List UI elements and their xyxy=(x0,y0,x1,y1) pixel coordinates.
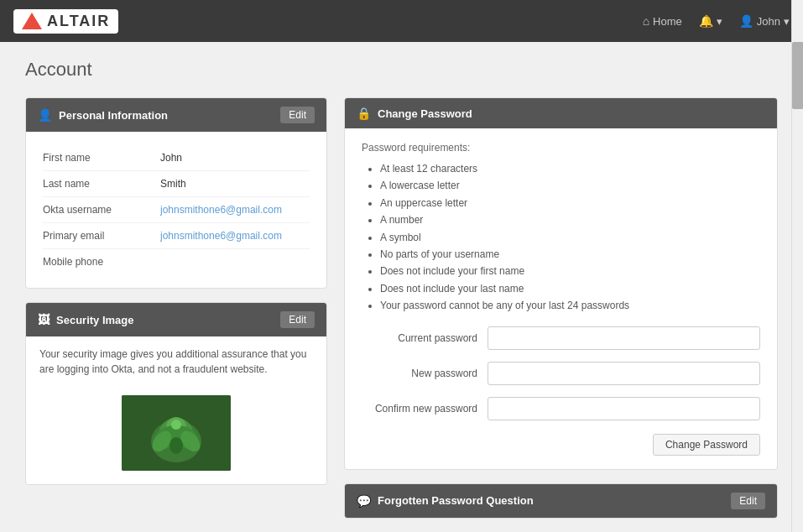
page-title: Account xyxy=(25,59,778,81)
confirm-password-input[interactable] xyxy=(488,397,760,420)
speech-icon: 💬 xyxy=(357,494,371,508)
first-name-value: John xyxy=(160,152,182,164)
notifications-dropdown-icon: ▾ xyxy=(717,15,722,28)
new-password-label: New password xyxy=(362,368,488,379)
change-password-body: Password requirements: At least 12 chara… xyxy=(345,128,777,469)
req-item: A lowercase letter xyxy=(380,177,760,194)
req-item: A symbol xyxy=(380,229,760,246)
mobile-phone-label: Mobile phone xyxy=(43,256,160,268)
notifications-link[interactable]: 🔔 ▾ xyxy=(699,14,722,28)
last-name-label: Last name xyxy=(43,178,160,190)
personal-info-edit-button[interactable]: Edit xyxy=(280,107,315,123)
forgotten-password-card: 💬 Forgotten Password Question Edit xyxy=(344,483,778,519)
okta-username-value: johnsmithone6@gmail.com xyxy=(160,204,282,216)
svg-point-9 xyxy=(171,420,181,430)
change-password-header: 🔒 Change Password xyxy=(345,98,777,128)
altair-logo-icon xyxy=(22,13,42,29)
current-password-group: Current password xyxy=(362,326,760,350)
main-layout: 👤 Personal Information Edit First name J… xyxy=(25,97,778,519)
req-item: Does not include your first name xyxy=(380,263,760,279)
req-item: Does not include your last name xyxy=(380,280,760,297)
requirements-title: Password requirements: xyxy=(362,142,760,154)
personal-info-label: Personal Information xyxy=(59,109,168,122)
security-image-container xyxy=(26,387,326,484)
home-label: Home xyxy=(653,15,682,28)
primary-email-value: johnsmithone6@gmail.com xyxy=(160,230,282,242)
user-menu[interactable]: 👤 John ▾ xyxy=(739,14,790,28)
scrollbar-track[interactable] xyxy=(791,0,803,532)
lock-icon: 🔒 xyxy=(357,107,371,120)
confirm-password-group: Confirm new password xyxy=(362,397,760,420)
primary-email-label: Primary email xyxy=(43,230,160,242)
image-icon: 🖼 xyxy=(38,313,50,326)
change-password-label: Change Password xyxy=(378,107,472,120)
requirements-list: At least 12 characters A lowercase lette… xyxy=(362,160,760,315)
last-name-value: Smith xyxy=(160,178,186,190)
personal-info-header: 👤 Personal Information Edit xyxy=(26,98,326,132)
navbar: ALTAIR ⌂ Home 🔔 ▾ 👤 John ▾ xyxy=(0,0,803,42)
forgotten-password-title: 💬 Forgotten Password Question xyxy=(357,494,534,508)
current-password-label: Current password xyxy=(362,332,488,344)
forgotten-password-header: 💬 Forgotten Password Question Edit xyxy=(345,484,777,518)
security-image-edit-button[interactable]: Edit xyxy=(280,311,315,328)
user-dropdown-icon: ▾ xyxy=(784,15,790,28)
current-password-input[interactable] xyxy=(488,326,760,350)
security-image-description: Your security image gives you additional… xyxy=(26,336,326,387)
new-password-input[interactable] xyxy=(488,362,760,385)
personal-info-title: 👤 Personal Information xyxy=(38,108,168,122)
forgotten-password-label: Forgotten Password Question xyxy=(378,494,534,507)
change-password-button[interactable]: Change Password xyxy=(653,434,760,456)
left-column: 👤 Personal Information Edit First name J… xyxy=(25,97,327,485)
okta-username-label: Okta username xyxy=(43,204,160,216)
scrollbar-thumb[interactable] xyxy=(792,42,803,109)
personal-info-body: First name John Last name Smith Okta use… xyxy=(26,132,326,288)
change-password-title: 🔒 Change Password xyxy=(357,107,472,120)
page-content: Account 👤 Personal Information Edit Firs… xyxy=(0,42,803,532)
new-password-group: New password xyxy=(362,362,760,385)
security-image-title: 🖼 Security Image xyxy=(38,313,134,326)
first-name-row: First name John xyxy=(43,145,310,171)
req-item: No parts of your username xyxy=(380,246,760,263)
brand-name: ALTAIR xyxy=(47,13,110,30)
mobile-phone-row: Mobile phone xyxy=(43,249,310,274)
req-item: At least 12 characters xyxy=(380,160,760,177)
personal-info-card: 👤 Personal Information Edit First name J… xyxy=(25,97,327,289)
security-image-header: 🖼 Security Image Edit xyxy=(26,303,326,336)
change-password-card: 🔒 Change Password Password requirements:… xyxy=(344,97,778,470)
form-actions: Change Password xyxy=(362,434,760,456)
forgotten-password-edit-button[interactable]: Edit xyxy=(731,493,765,509)
first-name-label: First name xyxy=(43,152,160,164)
home-link[interactable]: ⌂ Home xyxy=(643,14,682,28)
security-image-label: Security Image xyxy=(56,314,134,326)
req-item: A number xyxy=(380,211,760,228)
primary-email-row: Primary email johnsmithone6@gmail.com xyxy=(43,223,310,249)
req-item: An uppercase letter xyxy=(380,195,760,211)
req-item: Your password cannot be any of your last… xyxy=(380,297,760,314)
user-icon: 👤 xyxy=(739,14,753,28)
home-icon: ⌂ xyxy=(643,14,649,28)
navbar-right: ⌂ Home 🔔 ▾ 👤 John ▾ xyxy=(643,14,790,28)
brand-logo: ALTAIR xyxy=(13,9,118,34)
security-image-card: 🖼 Security Image Edit Your security imag… xyxy=(25,302,327,485)
last-name-row: Last name Smith xyxy=(43,171,310,197)
confirm-password-label: Confirm new password xyxy=(362,403,488,415)
right-column: 🔒 Change Password Password requirements:… xyxy=(344,97,778,519)
okta-username-row: Okta username johnsmithone6@gmail.com xyxy=(43,197,310,223)
plant-svg xyxy=(122,395,231,471)
user-label: John xyxy=(757,15,780,28)
svg-point-8 xyxy=(169,437,183,454)
person-icon: 👤 xyxy=(38,108,52,122)
security-image-placeholder xyxy=(122,395,231,471)
bell-icon: 🔔 xyxy=(699,14,713,28)
